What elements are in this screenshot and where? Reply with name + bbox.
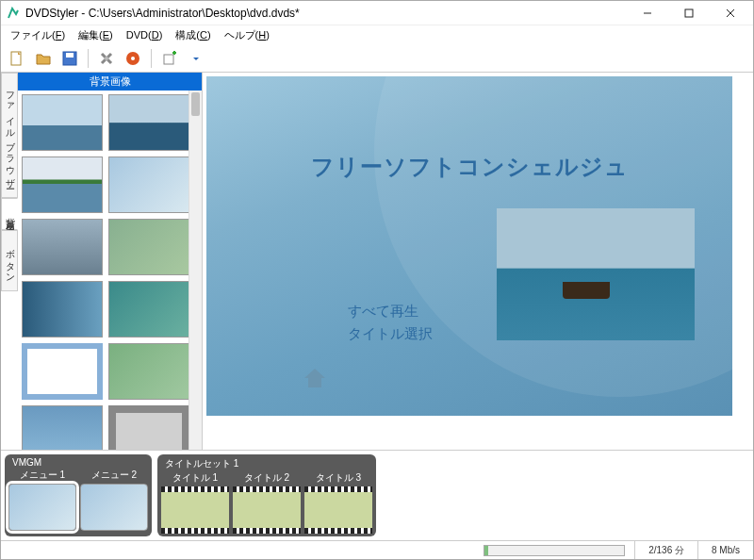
menu-preview[interactable]: フリーソフトコンシェルジュ すべて再生 タイトル選択 — [206, 76, 732, 416]
timeline-thumb[interactable] — [8, 484, 76, 531]
tab-buttons[interactable]: ボタン — [1, 230, 18, 291]
app-window: DVDStyler - C:\Users\Administrator\Deskt… — [0, 0, 754, 560]
menu-title[interactable]: フリーソフトコンシェルジュ — [206, 152, 732, 182]
main-area: ファイルブラウザー 背景画像 ボタン 背景画像 — [1, 73, 753, 450]
bg-thumb[interactable] — [22, 343, 103, 400]
scroll-thumb[interactable] — [191, 92, 200, 116]
menu-file[interactable]: ファイル(F) — [5, 27, 71, 43]
status-bar: 2/136 分 8 Mb/s — [1, 540, 753, 559]
timeline-thumb[interactable] — [80, 484, 148, 531]
bg-thumb[interactable] — [22, 156, 103, 213]
group-label: VMGM — [8, 456, 148, 469]
bg-thumb[interactable] — [22, 405, 103, 450]
timeline: VMGM メニュー 1 メニュー 2 タイトルセット 1 タイトル 1 001 — [1, 450, 753, 540]
add-dropdown[interactable] — [186, 48, 206, 69]
bg-thumb[interactable] — [108, 94, 189, 151]
panel-header: 背景画像 — [18, 73, 202, 91]
menu-help[interactable]: ヘルプ(H) — [219, 27, 275, 43]
menu-canvas: フリーソフトコンシェルジュ すべて再生 タイトル選択 — [203, 73, 753, 450]
disc-usage-bar — [484, 545, 625, 556]
timeline-group-titleset: タイトルセット 1 タイトル 1 001 タイトル 2 002 タイトル 3 0… — [157, 454, 376, 536]
svg-point-7 — [131, 57, 135, 60]
timeline-menu-2[interactable]: メニュー 2 — [80, 469, 148, 531]
svg-point-5 — [105, 57, 108, 60]
menu-dvd[interactable]: DVD(D) — [121, 28, 169, 41]
home-icon[interactable] — [301, 363, 329, 391]
title-bar: DVDStyler - C:\Users\Administrator\Deskt… — [1, 1, 753, 25]
svg-rect-4 — [66, 53, 74, 58]
toolbar — [1, 44, 753, 73]
menu-thumbnail[interactable] — [497, 208, 695, 340]
app-icon — [7, 7, 20, 20]
svg-rect-8 — [164, 55, 173, 64]
bg-thumb[interactable] — [108, 405, 189, 450]
bg-thumb[interactable] — [22, 94, 103, 151]
timeline-title-2[interactable]: タイトル 2 002 — [233, 471, 301, 545]
bg-thumb[interactable] — [22, 219, 103, 275]
tab-file-browser[interactable]: ファイルブラウザー — [1, 73, 18, 198]
status-time: 2/136 分 — [634, 541, 697, 559]
toolbar-separator — [88, 49, 89, 68]
timeline-thumb[interactable] — [304, 486, 372, 534]
timeline-thumb[interactable] — [161, 486, 229, 534]
bg-thumb[interactable] — [108, 219, 189, 275]
svg-rect-1 — [685, 9, 693, 17]
window-title: DVDStyler - C:\Users\Administrator\Deskt… — [25, 7, 627, 20]
menu-title-select[interactable]: タイトル選択 — [348, 325, 433, 343]
bg-thumb[interactable] — [108, 343, 189, 400]
tab-backgrounds[interactable]: 背景画像 — [1, 198, 18, 230]
bg-thumb[interactable] — [22, 281, 103, 338]
open-button[interactable] — [33, 48, 54, 69]
status-bitrate: 8 Mb/s — [697, 541, 753, 559]
close-button[interactable] — [710, 1, 751, 25]
timeline-group-vmgm: VMGM メニュー 1 メニュー 2 — [5, 454, 152, 536]
settings-button[interactable] — [96, 48, 117, 69]
group-label: タイトルセット 1 — [161, 456, 372, 471]
background-panel: 背景画像 — [18, 73, 203, 450]
burn-button[interactable] — [123, 48, 143, 69]
menu-edit[interactable]: 編集(E) — [73, 27, 119, 43]
bg-thumb[interactable] — [108, 156, 189, 213]
timeline-thumb[interactable] — [233, 486, 301, 534]
background-palette — [18, 91, 202, 450]
save-button[interactable] — [59, 48, 80, 69]
timeline-title-1[interactable]: タイトル 1 001 — [161, 471, 229, 545]
toolbar-separator — [151, 49, 152, 68]
palette-scrollbar[interactable] — [188, 91, 202, 450]
menu-bar: ファイル(F) 編集(E) DVD(D) 構成(C) ヘルプ(H) — [1, 25, 753, 44]
timeline-title-3[interactable]: タイトル 3 003 — [304, 471, 372, 545]
side-tabs: ファイルブラウザー 背景画像 ボタン — [1, 73, 18, 450]
add-button[interactable] — [159, 48, 180, 69]
menu-play-all[interactable]: すべて再生 — [348, 303, 418, 321]
minimize-button[interactable] — [627, 1, 668, 25]
timeline-menu-1[interactable]: メニュー 1 — [8, 469, 76, 531]
maximize-button[interactable] — [668, 1, 710, 25]
new-button[interactable] — [7, 48, 27, 69]
bg-thumb[interactable] — [108, 281, 189, 338]
menu-config[interactable]: 構成(C) — [170, 27, 216, 43]
